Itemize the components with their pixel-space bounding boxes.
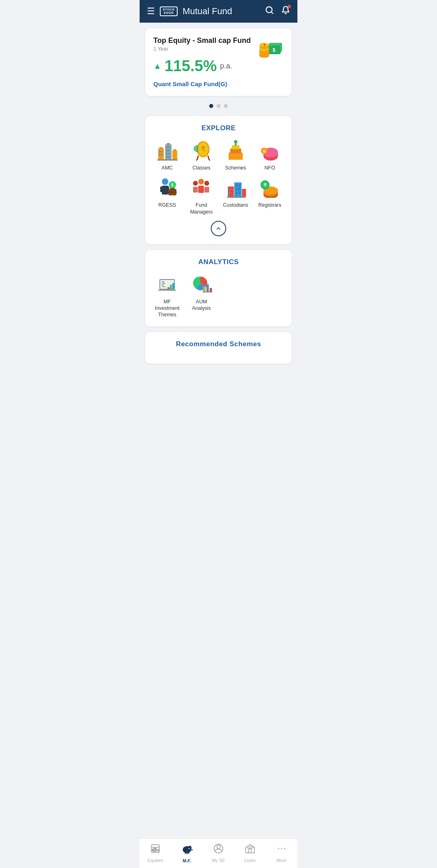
svg-rect-38 (235, 143, 237, 146)
svg-rect-67 (236, 188, 238, 190)
svg-rect-51 (168, 192, 177, 193)
analytics-section: ANALYTICS (145, 250, 292, 326)
page-title: Mutual Fund (182, 6, 260, 17)
schemes-icon (223, 140, 248, 161)
svg-rect-85 (168, 287, 170, 289)
return-pa: p.a. (220, 62, 232, 70)
custodians-label: Custodians (223, 202, 248, 208)
svg-rect-83 (162, 286, 165, 287)
collapse-section (152, 221, 285, 236)
svg-rect-28 (168, 153, 170, 155)
svg-rect-80 (162, 282, 164, 282)
nfo-label: NFO (265, 165, 275, 171)
dot-3[interactable] (224, 104, 228, 108)
notification-dot (288, 5, 291, 8)
svg-rect-36 (232, 145, 240, 149)
analytics-grid: MFInvestmentThemes (152, 273, 285, 318)
explore-item-custodians[interactable]: Custodians (220, 177, 251, 215)
svg-rect-23 (166, 146, 168, 148)
amc-label: AMC (161, 165, 173, 171)
svg-rect-24 (168, 146, 170, 148)
recommended-title: Recommended Schemes (152, 340, 285, 348)
svg-rect-34 (229, 152, 243, 160)
svg-rect-69 (236, 192, 238, 194)
svg-rect-68 (239, 188, 240, 190)
svg-rect-27 (166, 153, 168, 155)
explore-item-fund-managers[interactable]: FundManagers (186, 177, 217, 215)
svg-rect-87 (172, 283, 174, 289)
svg-rect-57 (193, 187, 198, 193)
svg-rect-59 (204, 187, 209, 193)
explore-grid: AMC ₹ Classes (152, 140, 285, 215)
svg-text:$: $ (263, 150, 265, 153)
menu-icon[interactable]: ☰ (147, 6, 155, 17)
svg-point-58 (204, 181, 209, 186)
svg-point-37 (234, 140, 237, 143)
rgess-label: RGESS (158, 202, 176, 208)
main-content: Top Equity - Small cap Fund 1 Year ▲ 115… (140, 23, 297, 392)
nfo-icon: $ (258, 140, 282, 161)
svg-rect-82 (162, 285, 164, 286)
card-dots (145, 102, 292, 110)
explore-item-schemes[interactable]: Schemes (220, 140, 251, 171)
svg-rect-20 (161, 151, 162, 152)
fund-name-link[interactable]: Quant Small Cap Fund(G) (153, 80, 227, 87)
svg-rect-63 (229, 188, 230, 191)
rgess-icon: $ (155, 177, 179, 199)
header: ☰ STOCK EDGE Mutual Fund (140, 0, 297, 23)
recommended-section: Recommended Schemes (145, 332, 292, 364)
svg-rect-22 (161, 154, 162, 155)
svg-rect-19 (159, 151, 160, 152)
fund-card[interactable]: Top Equity - Small cap Fund 1 Year ▲ 115… (145, 28, 292, 96)
notification-icon[interactable] (281, 6, 290, 17)
svg-rect-26 (168, 150, 170, 151)
svg-rect-29 (166, 156, 168, 158)
header-actions (265, 6, 290, 17)
svg-rect-65 (236, 184, 238, 186)
svg-rect-86 (170, 285, 172, 289)
explore-item-registrars[interactable]: ₹ Registrars (255, 177, 286, 215)
svg-rect-18 (157, 159, 178, 161)
svg-rect-21 (159, 154, 160, 155)
search-icon[interactable] (265, 6, 274, 17)
analytics-title: ANALYTICS (152, 258, 285, 266)
dot-2[interactable] (216, 104, 221, 108)
svg-point-54 (198, 179, 204, 184)
svg-rect-91 (210, 288, 212, 292)
svg-rect-47 (160, 186, 162, 192)
dot-1[interactable] (209, 104, 213, 108)
explore-title: EXPLORE (152, 124, 285, 132)
explore-item-nfo[interactable]: $ NFO (255, 140, 286, 171)
svg-rect-61 (234, 182, 242, 197)
svg-line-1 (271, 12, 273, 13)
collapse-button[interactable] (211, 221, 226, 236)
explore-section: EXPLORE (145, 116, 292, 244)
schemes-label: Schemes (225, 165, 246, 171)
svg-rect-64 (229, 192, 230, 194)
analytics-item-aum[interactable]: AUM Analysis (186, 273, 217, 318)
analytics-item-mf-themes[interactable]: MFInvestmentThemes (152, 273, 183, 318)
amc-icon (155, 140, 179, 161)
svg-point-56 (193, 181, 198, 186)
classes-label: Classes (193, 165, 210, 171)
explore-item-amc[interactable]: AMC (152, 140, 183, 171)
registrars-label: Registrars (258, 202, 281, 208)
svg-rect-16 (172, 150, 177, 160)
svg-text:₹: ₹ (264, 183, 267, 187)
svg-rect-30 (168, 156, 170, 158)
svg-rect-55 (198, 186, 204, 193)
explore-item-classes[interactable]: ₹ Classes (186, 140, 217, 171)
registrars-icon: ₹ (258, 177, 282, 199)
aum-icon (189, 273, 214, 295)
mf-themes-label: MFInvestmentThemes (155, 299, 180, 318)
fund-card-image: $ ₹ (257, 35, 285, 66)
svg-rect-89 (203, 286, 206, 292)
classes-icon: ₹ (189, 140, 214, 161)
svg-rect-66 (239, 184, 240, 186)
svg-rect-15 (167, 143, 170, 144)
app-logo: STOCK EDGE (160, 6, 178, 16)
svg-rect-62 (242, 189, 246, 197)
svg-text:₹: ₹ (201, 146, 206, 152)
explore-item-rgess[interactable]: $ RGESS (152, 177, 183, 215)
return-percent: 115.5% (165, 57, 217, 75)
